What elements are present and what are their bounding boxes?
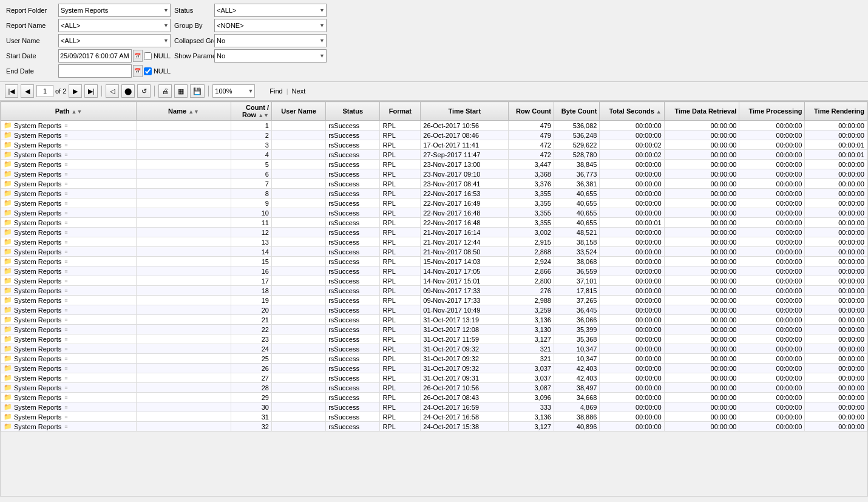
row-detail-icon[interactable]: ≡ — [64, 336, 67, 342]
cell-path: 📁 System Reports ≡ — [1, 208, 137, 218]
row-detail-icon[interactable]: ≡ — [64, 249, 67, 255]
start-date-input[interactable] — [58, 49, 132, 63]
cell-time-rendering: 00:00:00 — [805, 286, 867, 296]
collapsed-group-select[interactable]: No ▼ — [214, 34, 327, 47]
header-format[interactable]: Format — [380, 102, 421, 121]
row-detail-icon[interactable]: ≡ — [64, 152, 67, 158]
row-detail-icon[interactable]: ≡ — [64, 220, 67, 226]
row-detail-icon[interactable]: ≡ — [64, 142, 67, 148]
report-name-select[interactable]: <ALL> ▼ — [58, 19, 171, 32]
row-detail-icon[interactable]: ≡ — [64, 200, 67, 206]
header-count-row[interactable]: Count /Row ▲▼ — [231, 102, 272, 121]
row-detail-icon[interactable]: ≡ — [64, 356, 67, 362]
header-total-seconds[interactable]: Total Seconds ▲ — [600, 102, 664, 121]
cell-time-rendering: 00:00:00 — [805, 228, 867, 237]
cell-username — [271, 237, 325, 247]
path-text: System Reports — [14, 239, 61, 246]
cell-time-processing: 00:00:00 — [739, 140, 805, 150]
row-detail-icon[interactable]: ≡ — [64, 278, 67, 284]
cell-byte-count: 35,368 — [554, 334, 599, 344]
group-by-select[interactable]: <NONE> ▼ — [214, 19, 327, 32]
cell-total-seconds: 00:00:00 — [600, 354, 664, 364]
header-path[interactable]: Path ▲▼ — [1, 102, 137, 121]
row-detail-icon[interactable]: ≡ — [64, 317, 67, 323]
cell-time-data-retrieval: 00:00:00 — [664, 257, 739, 266]
cell-byte-count: 42,403 — [554, 373, 599, 383]
row-detail-icon[interactable]: ≡ — [64, 259, 67, 265]
back-button[interactable]: ◁ — [106, 84, 119, 98]
folder-icon: 📁 — [4, 364, 12, 372]
row-detail-icon[interactable]: ≡ — [64, 365, 67, 371]
row-detail-icon[interactable]: ≡ — [64, 171, 67, 177]
prev-page-button[interactable]: ◀ — [21, 84, 34, 98]
row-detail-icon[interactable]: ≡ — [64, 385, 67, 391]
name-sort-icon: ▲▼ — [188, 109, 199, 115]
status-select[interactable]: <ALL> ▼ — [214, 4, 327, 17]
layout-button[interactable]: ▦ — [174, 84, 188, 98]
folder-icon: 📁 — [4, 257, 12, 265]
row-detail-icon[interactable]: ≡ — [64, 123, 67, 129]
null-end-checkbox[interactable] — [144, 67, 152, 75]
row-detail-icon[interactable]: ≡ — [64, 414, 67, 420]
header-name[interactable]: Name ▲▼ — [137, 102, 231, 121]
header-time-rendering[interactable]: Time Rendering — [805, 102, 867, 121]
start-date-calendar-button[interactable]: 📅 — [133, 50, 143, 62]
zoom-select[interactable]: 100% 75% 125% 150% — [212, 84, 255, 98]
row-detail-icon[interactable]: ≡ — [64, 239, 67, 245]
row-detail-icon[interactable]: ≡ — [64, 229, 67, 236]
cell-byte-count: 48,521 — [554, 228, 599, 237]
row-detail-icon[interactable]: ≡ — [64, 395, 67, 401]
first-page-button[interactable]: |◀ — [5, 84, 18, 98]
cell-time-processing: 00:00:00 — [739, 237, 805, 247]
row-detail-icon[interactable]: ≡ — [64, 307, 67, 313]
header-time-start[interactable]: Time Start — [421, 102, 509, 121]
row-detail-icon[interactable]: ≡ — [64, 288, 67, 294]
header-byte-count[interactable]: Byte Count — [554, 102, 599, 121]
report-table-container: Path ▲▼ Name ▲▼ Count /Row ▲▼ User Name … — [0, 101, 868, 497]
header-time-processing[interactable]: Time Processing — [739, 102, 805, 121]
cell-format: RPL — [380, 131, 421, 140]
row-detail-icon[interactable]: ≡ — [64, 161, 67, 168]
row-detail-icon[interactable]: ≡ — [64, 424, 67, 430]
cell-time-start: 31-Oct-2017 12:08 — [421, 325, 509, 334]
cell-format: RPL — [380, 140, 421, 150]
next-page-button[interactable]: ▶ — [69, 84, 82, 98]
end-date-input[interactable] — [58, 64, 132, 78]
row-detail-icon[interactable]: ≡ — [64, 346, 67, 352]
print-button[interactable]: 🖨 — [158, 84, 172, 98]
header-time-data-retrieval[interactable]: Time Data Retrieval — [664, 102, 739, 121]
header-status[interactable]: Status — [326, 102, 380, 121]
row-detail-icon[interactable]: ≡ — [64, 297, 67, 304]
last-page-button[interactable]: ▶| — [84, 84, 98, 98]
row-detail-icon[interactable]: ≡ — [64, 210, 67, 216]
end-date-calendar-button[interactable]: 📅 — [133, 65, 143, 77]
export-button[interactable]: 💾 — [190, 84, 205, 98]
show-parameters-select[interactable]: No ▼ — [214, 49, 327, 63]
cell-name — [137, 286, 231, 296]
refresh-button[interactable]: ↺ — [137, 84, 151, 98]
null-start-checkbox[interactable] — [144, 52, 152, 60]
zoom-select-wrapper[interactable]: 100% 75% 125% 150% ▼ — [212, 84, 255, 98]
table-row: 📁 System Reports ≡ 13 rsSuccess RPL 21-N… — [1, 237, 867, 247]
row-detail-icon[interactable]: ≡ — [64, 191, 67, 197]
cell-row-count: 479 — [509, 121, 554, 131]
row-detail-icon[interactable]: ≡ — [64, 404, 67, 410]
row-detail-icon[interactable]: ≡ — [64, 375, 67, 381]
cell-path: 📁 System Reports ≡ — [1, 373, 137, 383]
cell-time-data-retrieval: 00:00:00 — [664, 198, 739, 208]
cell-format: RPL — [380, 393, 421, 402]
header-row-count[interactable]: Row Count — [509, 102, 554, 121]
report-folder-select[interactable]: System Reports ▼ — [58, 4, 171, 17]
row-detail-icon[interactable]: ≡ — [64, 132, 67, 138]
row-detail-icon[interactable]: ≡ — [64, 327, 67, 333]
page-number-input[interactable] — [36, 85, 53, 97]
cell-count: 20 — [231, 305, 272, 315]
row-detail-icon[interactable]: ≡ — [64, 268, 67, 274]
next-label[interactable]: Next — [292, 87, 306, 95]
header-username[interactable]: User Name — [271, 102, 325, 121]
row-detail-icon[interactable]: ≡ — [64, 181, 67, 187]
cell-path: 📁 System Reports ≡ — [1, 305, 137, 315]
user-name-select[interactable]: <ALL> ▼ — [58, 34, 171, 47]
stop-button[interactable]: ⬤ — [121, 84, 135, 98]
cell-total-seconds: 00:00:00 — [600, 383, 664, 393]
